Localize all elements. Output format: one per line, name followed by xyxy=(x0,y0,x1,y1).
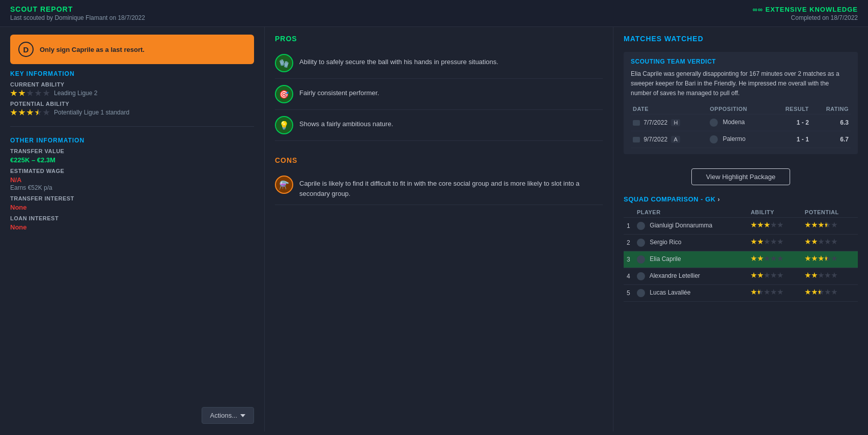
pstar-5 xyxy=(43,109,50,116)
header-left: SCOUT REPORT Last scouted by Dominique F… xyxy=(10,5,145,21)
player-avatar-icon xyxy=(637,255,645,264)
squad-player-row: 4 Alexandre Letellier xyxy=(624,268,858,284)
match-result-2: 1 - 1 xyxy=(770,131,811,148)
player-rank: 2 xyxy=(624,234,634,251)
pro-icon-wrap-1: 🧤 xyxy=(275,54,293,72)
highlight-btn-wrap: View Highlight Package xyxy=(624,168,858,185)
player-potential xyxy=(802,284,858,301)
squad-comparison-section: SQUAD COMPARISON - GK › PLAYER ABILITY P… xyxy=(624,195,858,302)
matches-table: DATE OPPOSITION RESULT RATING 7/7/2022 H xyxy=(631,104,851,148)
actions-label: Actions... xyxy=(210,412,237,419)
current-ability-desc: Leading Ligue 2 xyxy=(54,90,97,97)
squad-player-row: 1 Gianluigi Donnarumma xyxy=(624,217,858,234)
pstar-4 xyxy=(35,109,42,116)
cons-section: CONS ⚗️ Caprile is likely to find it dif… xyxy=(275,156,603,205)
key-info-section: KEY INFORMATION CURRENT ABILITY Leading … xyxy=(10,70,254,116)
result-header: RESULT xyxy=(770,104,811,114)
squad-player-row: 3 Elia Caprile xyxy=(624,251,858,268)
squad-comparison-arrow: › xyxy=(718,196,720,203)
match-date-text-2: 9/7/2022 xyxy=(643,136,667,143)
pro-text-2: Fairly consistent performer. xyxy=(299,85,603,98)
match-icon-2 xyxy=(633,137,640,142)
player-potential xyxy=(802,234,858,251)
pstar-3 xyxy=(26,109,34,116)
potential-stars xyxy=(10,109,50,116)
player-rank: 1 xyxy=(624,217,634,234)
squad-player-row: 2 Sergio Rico xyxy=(624,234,858,251)
player-ability xyxy=(748,284,802,301)
pro-text-3: Shows a fairly ambitious nature. xyxy=(299,116,603,129)
transfer-interest: None xyxy=(10,204,254,211)
potential-ability-label: POTENTIAL ABILITY xyxy=(10,101,254,107)
potential-ability-stars: Potentially Ligue 1 standard xyxy=(10,109,254,116)
ha-badge-2: A xyxy=(671,136,680,143)
completed-date: Completed on 18/7/2022 xyxy=(752,14,858,21)
match-row-1: 7/7/2022 H Modena 1 - 2 6.3 xyxy=(631,114,851,131)
player-rank: 3 xyxy=(624,251,634,268)
current-stars xyxy=(10,90,50,97)
actions-button[interactable]: Actions... xyxy=(202,407,254,424)
transfer-value-label: TRANSFER VALUE xyxy=(10,148,254,154)
pros-title: PROS xyxy=(275,35,603,43)
squad-comparison-title[interactable]: SQUAD COMPARISON - GK › xyxy=(624,195,858,203)
team-badge-2 xyxy=(710,135,718,143)
highlight-package-button[interactable]: View Highlight Package xyxy=(691,168,790,185)
social-icon: ⚗️ xyxy=(279,180,289,190)
current-ability-stars: Leading Ligue 2 xyxy=(10,90,254,97)
team-name-2: Palermo xyxy=(723,135,746,142)
date-header: DATE xyxy=(631,104,708,114)
player-avatar-icon xyxy=(637,272,645,280)
target-icon: 🎯 xyxy=(279,90,289,99)
squad-table: PLAYER ABILITY POTENTIAL 1 Gianluigi Don… xyxy=(624,207,858,302)
scouting-card: SCOUTING TEAM VERDICT Elia Caprile was g… xyxy=(624,52,858,154)
pro-icon-wrap-2: 🎯 xyxy=(275,85,293,103)
player-ability xyxy=(748,217,802,234)
header-right: EXTENSIVE KNOWLEDGE Completed on 18/7/20… xyxy=(752,6,858,21)
wage-label: ESTIMATED WAGE xyxy=(10,168,254,174)
player-ability xyxy=(748,234,802,251)
match-row-2: 9/7/2022 A Palermo 1 - 1 6.7 xyxy=(631,131,851,148)
player-potential xyxy=(802,217,858,234)
scouting-verdict-title: SCOUTING TEAM VERDICT xyxy=(631,58,851,65)
player-name: Alexandre Letellier xyxy=(634,268,748,284)
left-panel: D Only sign Caprile as a last resort. KE… xyxy=(0,27,265,431)
squad-player-row: 5 Lucas Lavallée xyxy=(624,284,858,301)
knowledge-label: EXTENSIVE KNOWLEDGE xyxy=(752,6,858,13)
pros-section: PROS 🧤 Ability to safely secure the ball… xyxy=(275,35,603,141)
player-avatar-icon xyxy=(637,289,645,297)
pro-item-3: 💡 Shows a fairly ambitious nature. xyxy=(275,110,603,141)
player-name: Lucas Lavallée xyxy=(634,284,748,301)
rank-col-header xyxy=(624,207,634,218)
star-5 xyxy=(43,90,50,97)
loan-interest: None xyxy=(10,223,254,231)
cons-title: CONS xyxy=(275,156,603,164)
right-panel: MATCHES WATCHED SCOUTING TEAM VERDICT El… xyxy=(613,27,868,431)
transfer-value: €225K – €2.3M xyxy=(10,156,254,164)
rating-header: RATING xyxy=(811,104,851,114)
pro-item-2: 🎯 Fairly consistent performer. xyxy=(275,79,603,110)
wage-na: N/A xyxy=(10,176,254,184)
wage-sub: Earns €52K p/a xyxy=(10,184,254,191)
match-date-2: 9/7/2022 A xyxy=(631,131,708,148)
match-date-1: 7/7/2022 H xyxy=(631,114,708,131)
potential-col-header: POTENTIAL xyxy=(802,207,858,218)
transfer-interest-label: TRANSFER INTEREST xyxy=(10,195,254,201)
player-rank: 5 xyxy=(624,284,634,301)
player-col-header: PLAYER xyxy=(634,207,748,218)
match-rating-1: 6.3 xyxy=(811,114,851,131)
pro-icon-wrap-3: 💡 xyxy=(275,116,293,134)
pstar-1 xyxy=(10,109,17,116)
player-potential xyxy=(802,268,858,284)
match-icon-1 xyxy=(633,120,640,126)
loan-interest-label: LOAN INTEREST xyxy=(10,215,254,221)
middle-panel: PROS 🧤 Ability to safely secure the ball… xyxy=(265,27,613,431)
scout-subtitle: Last scouted by Dominique Flamant on 18/… xyxy=(10,14,145,21)
main-content: D Only sign Caprile as a last resort. KE… xyxy=(0,27,868,431)
player-name: Gianluigi Donnarumma xyxy=(634,217,748,234)
potential-ability-desc: Potentially Ligue 1 standard xyxy=(54,109,129,116)
con-text-1: Caprile is likely to find it difficult t… xyxy=(299,176,603,198)
star-1 xyxy=(10,90,17,97)
alert-box: D Only sign Caprile as a last resort. xyxy=(10,35,254,64)
player-ability xyxy=(748,268,802,284)
other-info-section: OTHER INFORMATION TRANSFER VALUE €225K –… xyxy=(10,137,254,231)
